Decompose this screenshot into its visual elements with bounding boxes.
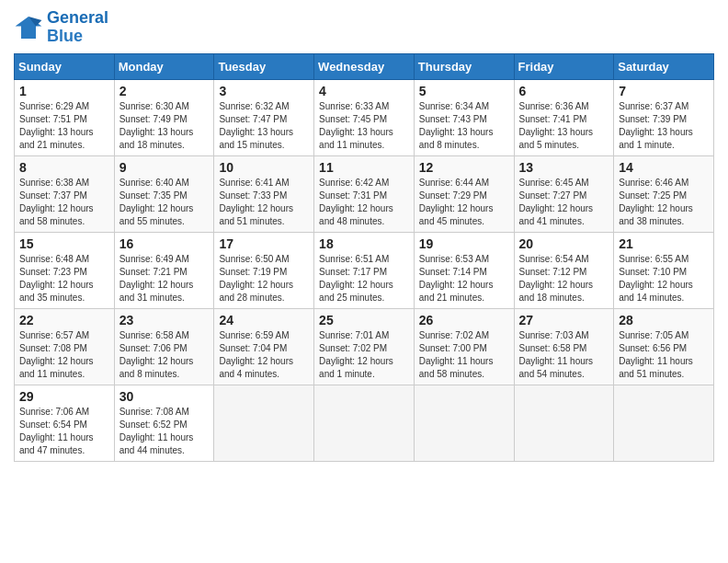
day-number: 27 — [519, 313, 609, 327]
day-number: 5 — [419, 84, 509, 98]
day-number: 23 — [119, 313, 210, 327]
calendar-cell: 11Sunrise: 6:42 AM Sunset: 7:31 PM Dayli… — [314, 155, 415, 232]
calendar-cell: 29Sunrise: 7:06 AM Sunset: 6:54 PM Dayli… — [15, 385, 115, 461]
calendar-cell: 23Sunrise: 6:58 AM Sunset: 7:06 PM Dayli… — [114, 308, 214, 385]
calendar-cell: 21Sunrise: 6:55 AM Sunset: 7:10 PM Dayli… — [614, 232, 714, 308]
day-number: 1 — [19, 84, 109, 98]
day-info: Sunrise: 6:46 AM Sunset: 7:25 PM Dayligh… — [619, 177, 709, 228]
day-info: Sunrise: 6:58 AM Sunset: 7:06 PM Dayligh… — [119, 329, 210, 381]
day-info: Sunrise: 6:45 AM Sunset: 7:27 PM Dayligh… — [519, 177, 609, 228]
calendar-cell: 5Sunrise: 6:34 AM Sunset: 7:43 PM Daylig… — [414, 79, 514, 155]
day-info: Sunrise: 7:03 AM Sunset: 6:58 PM Dayligh… — [519, 329, 609, 381]
day-number: 16 — [119, 236, 210, 251]
day-number: 15 — [19, 236, 109, 251]
calendar-cell: 9Sunrise: 6:40 AM Sunset: 7:35 PM Daylig… — [114, 155, 214, 232]
calendar-cell: 3Sunrise: 6:32 AM Sunset: 7:47 PM Daylig… — [214, 79, 314, 155]
day-info: Sunrise: 6:54 AM Sunset: 7:12 PM Dayligh… — [519, 253, 609, 304]
calendar-cell: 16Sunrise: 6:49 AM Sunset: 7:21 PM Dayli… — [114, 232, 214, 308]
day-info: Sunrise: 6:30 AM Sunset: 7:49 PM Dayligh… — [119, 100, 210, 152]
day-info: Sunrise: 6:40 AM Sunset: 7:35 PM Dayligh… — [119, 177, 210, 228]
calendar-cell: 7Sunrise: 6:37 AM Sunset: 7:39 PM Daylig… — [614, 79, 714, 155]
day-info: Sunrise: 6:42 AM Sunset: 7:31 PM Dayligh… — [319, 177, 409, 228]
calendar-cell: 22Sunrise: 6:57 AM Sunset: 7:08 PM Dayli… — [15, 308, 115, 385]
day-number: 21 — [619, 236, 709, 251]
day-info: Sunrise: 7:01 AM Sunset: 7:02 PM Dayligh… — [319, 329, 409, 381]
day-number: 7 — [619, 84, 709, 98]
day-info: Sunrise: 6:57 AM Sunset: 7:08 PM Dayligh… — [19, 329, 109, 381]
day-info: Sunrise: 6:50 AM Sunset: 7:19 PM Dayligh… — [219, 253, 309, 304]
header-day-tuesday: Tuesday — [214, 53, 314, 79]
day-number: 25 — [319, 313, 409, 327]
day-info: Sunrise: 6:49 AM Sunset: 7:21 PM Dayligh… — [119, 253, 210, 304]
day-info: Sunrise: 6:34 AM Sunset: 7:43 PM Dayligh… — [419, 100, 509, 152]
day-info: Sunrise: 7:02 AM Sunset: 7:00 PM Dayligh… — [419, 329, 509, 381]
day-number: 3 — [219, 84, 309, 98]
calendar-week-3: 15Sunrise: 6:48 AM Sunset: 7:23 PM Dayli… — [15, 232, 714, 308]
day-info: Sunrise: 6:29 AM Sunset: 7:51 PM Dayligh… — [19, 100, 109, 152]
day-info: Sunrise: 6:32 AM Sunset: 7:47 PM Dayligh… — [219, 100, 309, 152]
day-number: 22 — [19, 313, 109, 327]
calendar-cell: 1Sunrise: 6:29 AM Sunset: 7:51 PM Daylig… — [15, 79, 115, 155]
calendar-cell: 20Sunrise: 6:54 AM Sunset: 7:12 PM Dayli… — [514, 232, 614, 308]
day-number: 20 — [519, 236, 609, 251]
day-number: 2 — [119, 84, 210, 98]
calendar-cell — [514, 385, 614, 461]
calendar-cell: 26Sunrise: 7:02 AM Sunset: 7:00 PM Dayli… — [414, 308, 514, 385]
day-number: 18 — [319, 236, 409, 251]
day-number: 6 — [519, 84, 609, 98]
header-day-wednesday: Wednesday — [314, 53, 415, 79]
calendar-cell: 28Sunrise: 7:05 AM Sunset: 6:56 PM Dayli… — [614, 308, 714, 385]
calendar-cell: 27Sunrise: 7:03 AM Sunset: 6:58 PM Dayli… — [514, 308, 614, 385]
calendar-table: SundayMondayTuesdayWednesdayThursdayFrid… — [14, 53, 714, 462]
calendar-cell: 30Sunrise: 7:08 AM Sunset: 6:52 PM Dayli… — [114, 385, 214, 461]
calendar-cell: 12Sunrise: 6:44 AM Sunset: 7:29 PM Dayli… — [414, 155, 514, 232]
day-info: Sunrise: 6:53 AM Sunset: 7:14 PM Dayligh… — [419, 253, 509, 304]
day-info: Sunrise: 6:33 AM Sunset: 7:45 PM Dayligh… — [319, 100, 409, 152]
day-info: Sunrise: 6:51 AM Sunset: 7:17 PM Dayligh… — [319, 253, 409, 304]
calendar-cell: 25Sunrise: 7:01 AM Sunset: 7:02 PM Dayli… — [314, 308, 415, 385]
header-day-friday: Friday — [514, 53, 614, 79]
day-number: 9 — [119, 160, 210, 175]
logo: General Blue — [14, 9, 108, 46]
day-info: Sunrise: 6:41 AM Sunset: 7:33 PM Dayligh… — [219, 177, 309, 228]
day-info: Sunrise: 6:48 AM Sunset: 7:23 PM Dayligh… — [19, 253, 109, 304]
calendar-cell — [614, 385, 714, 461]
calendar-cell: 18Sunrise: 6:51 AM Sunset: 7:17 PM Dayli… — [314, 232, 415, 308]
header-day-thursday: Thursday — [414, 53, 514, 79]
calendar-header-row: SundayMondayTuesdayWednesdayThursdayFrid… — [15, 53, 714, 79]
calendar-cell — [414, 385, 514, 461]
day-number: 14 — [619, 160, 709, 175]
day-number: 10 — [219, 160, 309, 175]
calendar-cell: 19Sunrise: 6:53 AM Sunset: 7:14 PM Dayli… — [414, 232, 514, 308]
day-info: Sunrise: 6:55 AM Sunset: 7:10 PM Dayligh… — [619, 253, 709, 304]
logo-icon — [14, 13, 43, 42]
header-day-monday: Monday — [114, 53, 214, 79]
day-number: 12 — [419, 160, 509, 175]
day-number: 29 — [19, 389, 109, 404]
day-info: Sunrise: 6:37 AM Sunset: 7:39 PM Dayligh… — [619, 100, 709, 152]
calendar-week-1: 1Sunrise: 6:29 AM Sunset: 7:51 PM Daylig… — [15, 79, 714, 155]
calendar-cell: 8Sunrise: 6:38 AM Sunset: 7:37 PM Daylig… — [15, 155, 115, 232]
day-info: Sunrise: 6:38 AM Sunset: 7:37 PM Dayligh… — [19, 177, 109, 228]
header-day-sunday: Sunday — [15, 53, 115, 79]
day-info: Sunrise: 6:44 AM Sunset: 7:29 PM Dayligh… — [419, 177, 509, 228]
day-info: Sunrise: 7:06 AM Sunset: 6:54 PM Dayligh… — [19, 406, 109, 457]
day-number: 24 — [219, 313, 309, 327]
calendar-cell — [314, 385, 415, 461]
day-number: 17 — [219, 236, 309, 251]
calendar-cell: 13Sunrise: 6:45 AM Sunset: 7:27 PM Dayli… — [514, 155, 614, 232]
day-info: Sunrise: 6:59 AM Sunset: 7:04 PM Dayligh… — [219, 329, 309, 381]
calendar-cell: 15Sunrise: 6:48 AM Sunset: 7:23 PM Dayli… — [15, 232, 115, 308]
calendar-week-4: 22Sunrise: 6:57 AM Sunset: 7:08 PM Dayli… — [15, 308, 714, 385]
day-number: 26 — [419, 313, 509, 327]
day-info: Sunrise: 7:08 AM Sunset: 6:52 PM Dayligh… — [119, 406, 210, 457]
header-day-saturday: Saturday — [614, 53, 714, 79]
logo-text: General Blue — [47, 9, 108, 46]
page-header: General Blue — [14, 9, 714, 46]
day-number: 4 — [319, 84, 409, 98]
day-number: 28 — [619, 313, 709, 327]
calendar-week-2: 8Sunrise: 6:38 AM Sunset: 7:37 PM Daylig… — [15, 155, 714, 232]
day-number: 19 — [419, 236, 509, 251]
calendar-cell: 10Sunrise: 6:41 AM Sunset: 7:33 PM Dayli… — [214, 155, 314, 232]
day-number: 13 — [519, 160, 609, 175]
